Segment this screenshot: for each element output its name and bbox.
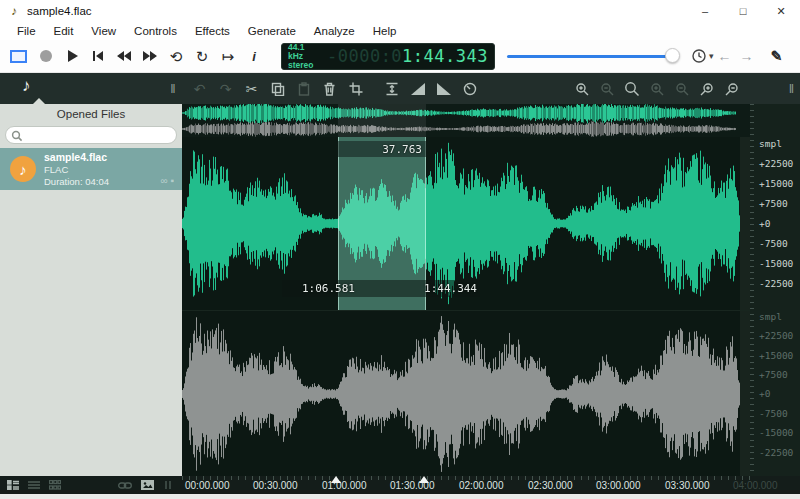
maximize-button[interactable]: □ xyxy=(724,0,762,22)
zoom-in-button[interactable] xyxy=(571,79,592,99)
gain-knob-button[interactable] xyxy=(459,79,480,99)
amplitude-tick-label: -7500 xyxy=(759,408,788,419)
channel1-amplitude-scale: smpl +22500 +15000 +7500 +0 -7500 -15000… xyxy=(750,137,800,310)
repeat-button[interactable]: ↻ xyxy=(189,45,215,67)
menu-generate[interactable]: Generate xyxy=(239,25,305,37)
selection-end-marker[interactable] xyxy=(419,476,429,483)
amplitude-unit-label: smpl xyxy=(759,311,782,322)
selection-mode-icon[interactable] xyxy=(10,50,27,63)
waveform-area: 37.763 1:06.581 1:44.344 xyxy=(182,104,750,476)
search-icon xyxy=(11,130,23,142)
file-search-box[interactable] xyxy=(5,126,177,144)
normalize-button[interactable] xyxy=(381,79,402,99)
file-duration: Duration: 04:04 xyxy=(44,176,109,188)
menu-view[interactable]: View xyxy=(82,25,125,37)
time-ruler[interactable]: 00:00.000 00:30.000 01:00.000 01:30.000 … xyxy=(182,476,800,494)
vertical-zoom-out-button[interactable] xyxy=(721,79,742,99)
crop-button[interactable] xyxy=(345,79,366,99)
cut-button[interactable]: ✂ xyxy=(241,79,262,99)
history-clock-icon xyxy=(691,48,707,64)
menu-analyze[interactable]: Analyze xyxy=(305,25,364,37)
app-icon: ♪ xyxy=(7,4,21,18)
delete-button[interactable] xyxy=(319,79,340,99)
copy-button[interactable] xyxy=(267,79,288,99)
view-list-button[interactable] xyxy=(28,480,40,490)
nav-forward-button[interactable]: → xyxy=(736,48,758,64)
volume-slider[interactable] xyxy=(507,46,679,66)
menu-controls[interactable]: Controls xyxy=(125,25,186,37)
vertical-zoom-out-icon xyxy=(725,82,739,96)
opened-files-title: Opened Files xyxy=(0,104,182,124)
channel2-waveform-canvas[interactable] xyxy=(182,311,750,477)
zoom-full-button[interactable] xyxy=(671,79,692,99)
channels-label: stereo xyxy=(288,61,319,70)
file-meta: sample4.flac FLAC Duration: 04:04 xyxy=(44,151,109,188)
minimize-button[interactable]: – xyxy=(686,0,724,22)
menu-file[interactable]: File xyxy=(8,25,45,37)
show-thumbnails-button[interactable] xyxy=(141,480,154,490)
channel1-view[interactable]: 37.763 1:06.581 1:44.344 xyxy=(182,137,750,310)
time-digits-dim: -0000:0 xyxy=(327,46,402,66)
selection-length-label: 37.763 xyxy=(382,143,422,156)
amplitude-ruler[interactable]: smpl +22500 +15000 +7500 +0 -7500 -15000… xyxy=(750,104,800,476)
search-input[interactable] xyxy=(26,128,176,142)
toolbar-right-drag-handle[interactable]: ‖ xyxy=(789,81,794,96)
amplitude-tick-label: +15000 xyxy=(759,350,793,361)
fade-in-button[interactable] xyxy=(407,79,428,99)
file-list-item[interactable]: ♪ sample4.flac FLAC Duration: 04:04 ∞ ▪ xyxy=(0,148,182,190)
split-view-button[interactable] xyxy=(163,480,173,490)
history-button[interactable]: ▾ xyxy=(691,48,714,64)
volume-slider-thumb[interactable] xyxy=(665,48,680,63)
window-bottom-strip xyxy=(0,494,800,499)
redo-button[interactable]: ↷ xyxy=(215,79,236,99)
format-readout: 44.1 kHz stereo xyxy=(288,43,319,70)
main-toolbar: ⟲ ↻ ↦ i 44.1 kHz stereo -0000:01:44.343 … xyxy=(0,40,800,73)
rewind-button[interactable] xyxy=(111,45,137,67)
menu-effects[interactable]: Effects xyxy=(186,25,239,37)
loop-button[interactable]: ⟲ xyxy=(163,45,189,67)
app-window: ♪ sample4.flac – □ ✕ File Edit View Cont… xyxy=(0,0,800,499)
fast-forward-button[interactable] xyxy=(137,45,163,67)
fade-out-button[interactable] xyxy=(433,79,454,99)
fade-in-icon xyxy=(411,83,425,95)
menu-help[interactable]: Help xyxy=(364,25,406,37)
overview-strip[interactable] xyxy=(182,104,750,137)
paste-button[interactable] xyxy=(293,79,314,99)
link-files-button[interactable] xyxy=(118,481,132,490)
overview-waveform-canvas[interactable] xyxy=(182,104,750,137)
window-title: sample4.flac xyxy=(27,5,92,17)
edit-pen-button[interactable]: ✎ xyxy=(766,48,788,64)
opened-files-tab-icon[interactable]: ♪ xyxy=(22,76,31,96)
time-digits-value: 1:44.343 xyxy=(402,46,488,66)
time-tick-label: 01:00.000 xyxy=(322,480,367,491)
zoom-fit-button[interactable] xyxy=(646,79,667,99)
skip-start-button[interactable] xyxy=(85,45,111,67)
zoom-selection-icon xyxy=(624,81,639,96)
zoom-out-button[interactable] xyxy=(596,79,617,99)
time-display: 44.1 kHz stereo -0000:01:44.343 xyxy=(281,43,495,70)
record-button[interactable] xyxy=(33,45,59,67)
amplitude-tick-label: -7500 xyxy=(759,238,788,249)
crop-icon xyxy=(349,82,363,96)
play-button[interactable] xyxy=(59,45,85,67)
view-grid-button[interactable] xyxy=(49,480,61,490)
toolbar-drag-handle[interactable]: ‖ xyxy=(163,79,184,99)
play-from-cursor-button[interactable]: ↦ xyxy=(215,45,241,67)
zoom-selection-button[interactable] xyxy=(621,79,642,99)
vertical-zoom-in-button[interactable] xyxy=(696,79,717,99)
view-details-button[interactable] xyxy=(7,480,19,490)
undo-button[interactable]: ↶ xyxy=(189,79,210,99)
zoom-full-icon xyxy=(675,82,689,96)
selection-start-marker[interactable] xyxy=(331,476,341,483)
channel2-view[interactable] xyxy=(182,310,750,476)
selection-start-label: 1:06.581 xyxy=(302,282,355,295)
menu-edit[interactable]: Edit xyxy=(45,25,83,37)
info-button[interactable]: i xyxy=(241,45,267,67)
knob-icon xyxy=(463,82,477,96)
repeat-icon: ↻ xyxy=(196,49,209,64)
copy-icon xyxy=(271,82,285,96)
close-button[interactable]: ✕ xyxy=(762,0,800,22)
vertical-zoom-in-icon xyxy=(700,82,714,96)
window-controls: – □ ✕ xyxy=(686,0,800,22)
nav-back-button[interactable]: ← xyxy=(714,48,736,64)
